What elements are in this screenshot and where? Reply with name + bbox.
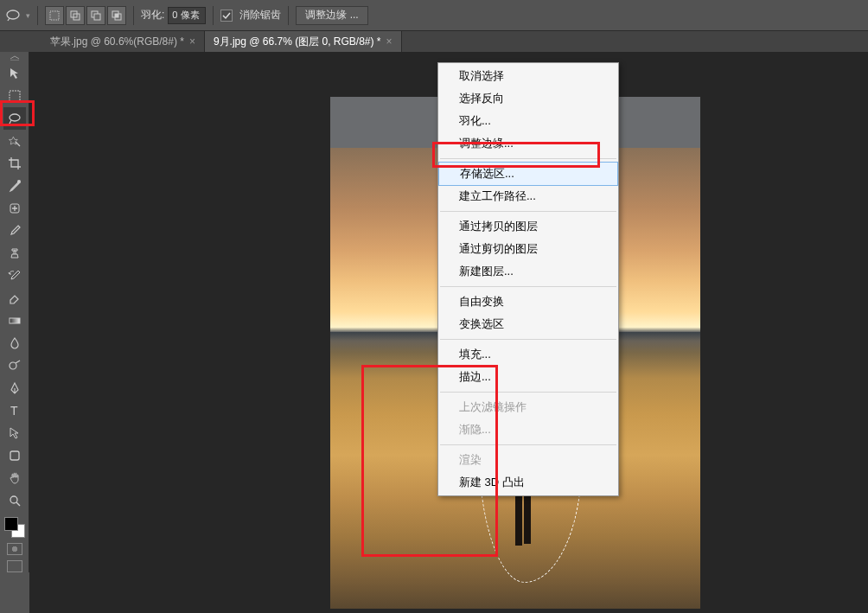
history-brush-tool[interactable] — [3, 265, 26, 287]
cm-fade: 渐隐... — [438, 418, 618, 441]
feather-input[interactable] — [168, 7, 206, 24]
svg-point-10 — [10, 114, 20, 121]
svg-point-0 — [7, 10, 19, 19]
color-swatches[interactable] — [4, 517, 25, 538]
type-tool[interactable]: T — [3, 399, 26, 422]
pen-tool[interactable] — [3, 377, 26, 399]
eraser-tool[interactable] — [3, 287, 26, 310]
tab-label: 苹果.jpg @ 60.6%(RGB/8#) * — [50, 35, 184, 49]
svg-line-20 — [16, 502, 20, 506]
shape-tool[interactable] — [3, 444, 26, 467]
cm-transform-selection[interactable]: 变换选区 — [438, 313, 618, 335]
dodge-tool[interactable] — [3, 354, 26, 377]
cm-new-3d-extrusion[interactable]: 新建 3D 凸出 — [438, 471, 618, 494]
zoom-tool[interactable] — [3, 489, 26, 512]
svg-line-16 — [16, 361, 20, 363]
tab-label: 9月.jpg @ 66.7% (图层 0, RGB/8#) * — [214, 35, 381, 49]
feather-label: 羽化: — [141, 8, 164, 22]
cm-free-transform[interactable]: 自由变换 — [438, 291, 618, 313]
svg-rect-14 — [10, 318, 20, 323]
cm-layer-via-cut[interactable]: 通过剪切的图层 — [438, 238, 618, 260]
tab-apple[interactable]: 苹果.jpg @ 60.6%(RGB/8#) * × — [41, 31, 205, 52]
close-icon[interactable]: × — [386, 35, 393, 48]
cm-render: 渲染 — [438, 449, 618, 471]
antialias-checkbox[interactable] — [220, 10, 233, 22]
lasso-preset-icon[interactable] — [3, 6, 22, 25]
foreground-color[interactable] — [4, 517, 18, 531]
tab-9yue[interactable]: 9月.jpg @ 66.7% (图层 0, RGB/8#) * × — [205, 31, 402, 52]
hand-tool[interactable] — [3, 467, 26, 489]
brush-tool[interactable] — [3, 220, 26, 242]
svg-point-12 — [17, 180, 21, 183]
svg-rect-5 — [94, 14, 100, 20]
eyedropper-tool[interactable] — [3, 175, 26, 197]
cm-fill[interactable]: 填充... — [438, 343, 618, 366]
cm-feather[interactable]: 羽化... — [438, 110, 618, 132]
quick-mask-icon[interactable] — [7, 543, 22, 555]
options-bar: ▾ 羽化: 消除锯齿 调整边缘 ... — [0, 0, 868, 31]
context-menu: 取消选择 选择反向 羽化... 调整边缘... 存储选区... 建立工作路径..… — [437, 62, 619, 496]
close-icon[interactable]: × — [189, 35, 195, 48]
selection-mode-group — [45, 6, 126, 25]
move-tool[interactable] — [3, 62, 26, 85]
svg-rect-18 — [10, 451, 19, 460]
cm-stroke[interactable]: 描边... — [438, 366, 618, 388]
svg-point-19 — [10, 496, 17, 503]
document-tabs: 苹果.jpg @ 60.6%(RGB/8#) * × 9月.jpg @ 66.7… — [0, 31, 868, 52]
svg-rect-9 — [10, 91, 20, 101]
selection-subtract-icon[interactable] — [86, 6, 105, 25]
cm-deselect[interactable]: 取消选择 — [438, 65, 618, 87]
healing-brush-tool[interactable] — [3, 197, 26, 220]
blur-tool[interactable] — [3, 332, 26, 354]
lasso-tool[interactable] — [3, 107, 26, 130]
crop-tool[interactable] — [3, 152, 26, 175]
gradient-tool[interactable] — [3, 310, 26, 332]
svg-rect-8 — [115, 14, 118, 17]
svg-rect-1 — [50, 11, 59, 20]
cm-make-work-path[interactable]: 建立工作路径... — [438, 185, 618, 208]
clone-stamp-tool[interactable] — [3, 242, 26, 265]
svg-text:T: T — [10, 404, 18, 418]
cm-last-filter: 上次滤镜操作 — [438, 396, 618, 418]
cm-select-inverse[interactable]: 选择反向 — [438, 87, 618, 110]
cm-layer-via-copy[interactable]: 通过拷贝的图层 — [438, 215, 618, 238]
refine-edge-button[interactable]: 调整边缘 ... — [296, 6, 367, 25]
selection-new-icon[interactable] — [45, 6, 64, 25]
antialias-label: 消除锯齿 — [239, 8, 281, 22]
selection-intersect-icon[interactable] — [107, 6, 126, 25]
cm-save-selection[interactable]: 存储选区... — [438, 162, 618, 186]
magic-wand-tool[interactable] — [3, 130, 26, 152]
path-selection-tool[interactable] — [3, 422, 26, 444]
svg-point-15 — [10, 362, 16, 369]
selection-add-icon[interactable] — [66, 6, 85, 25]
cm-new-layer[interactable]: 新建图层... — [438, 260, 618, 283]
tools-panel: T — [0, 52, 29, 572]
cm-refine-edge[interactable]: 调整边缘... — [438, 132, 618, 155]
marquee-tool[interactable] — [3, 85, 26, 107]
screen-mode-icon[interactable] — [7, 560, 22, 572]
